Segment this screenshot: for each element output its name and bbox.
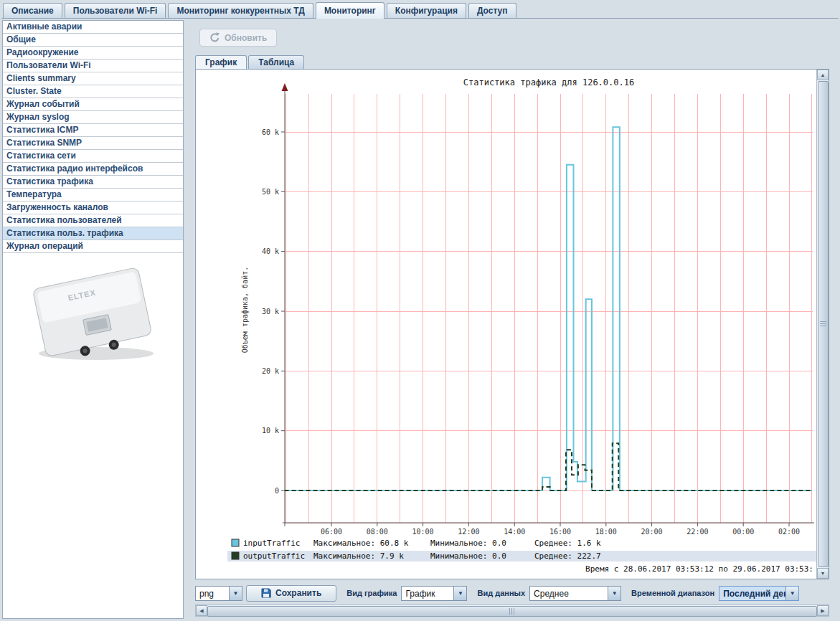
sidebar-item[interactable]: Активные аварии (3, 21, 183, 34)
main-tab[interactable]: Мониторинг конкурентных ТД (168, 3, 313, 18)
svg-text:10:00: 10:00 (412, 528, 434, 536)
sidebar-item[interactable]: Статистика трафика (3, 176, 183, 189)
main-tab[interactable]: Конфигурация (387, 3, 466, 18)
chart-footer: Время с 28.06.2017 03:53:12 по 29.06.201… (585, 564, 813, 574)
chart-horizontal-scrollbar[interactable]: ◀ ▶ (195, 605, 829, 617)
device-photo: ELTEX (16, 262, 170, 368)
vertical-scrollbar-thumb[interactable] (818, 81, 829, 567)
svg-text:18:00: 18:00 (595, 528, 617, 536)
device-photo-drawing: ELTEX (16, 262, 170, 368)
svg-text:10 k: 10 k (262, 427, 279, 435)
chart-view-value: График (402, 587, 453, 600)
svg-text:08:00: 08:00 (367, 528, 388, 536)
sidebar-item[interactable]: Пользователи Wi-Fi (3, 60, 183, 72)
chart-axes: 010 k20 k30 k40 k50 k60 k06:0008:0010:00… (262, 83, 814, 536)
export-format-value: png (196, 587, 229, 600)
traffic-chart: 010 k20 k30 k40 k50 k60 k06:0008:0010:00… (196, 70, 818, 579)
data-view-value: Среднее (530, 587, 608, 600)
svg-text:Максимальное: 60.8 k: Максимальное: 60.8 k (313, 539, 409, 548)
data-view-select[interactable]: Среднее ▼ (529, 586, 621, 601)
main-tab[interactable]: Описание (3, 3, 62, 18)
main-tabbar: ОписаниеПользователи Wi-FiМониторинг кон… (1, 1, 839, 19)
svg-text:40 k: 40 k (262, 247, 279, 255)
chart-view-select[interactable]: График ▼ (401, 586, 467, 601)
chevron-down-icon[interactable]: ▼ (229, 587, 242, 600)
main-content: Обновить ГрафикТаблица 010 k20 k30 k40 k… (186, 20, 838, 619)
svg-text:50 k: 50 k (262, 188, 279, 196)
save-button[interactable]: Сохранить (246, 585, 336, 602)
save-icon (261, 588, 271, 598)
thumb-grip (820, 321, 826, 328)
time-range-label: Временной диапазон (631, 589, 714, 597)
svg-text:Минимальное: 0.0: Минимальное: 0.0 (430, 551, 506, 561)
refresh-button[interactable]: Обновить (199, 29, 277, 47)
svg-text:02:00: 02:00 (778, 528, 800, 536)
view-tabbar: ГрафикТаблица (195, 55, 304, 70)
sidebar-item[interactable]: Общие (3, 34, 183, 47)
svg-text:inputTraffic: inputTraffic (243, 539, 300, 548)
sidebar-item[interactable]: Журнал syslog (3, 111, 183, 124)
svg-text:20:00: 20:00 (641, 528, 663, 536)
svg-text:00:00: 00:00 (732, 528, 754, 536)
export-format-select[interactable]: png ▼ (195, 586, 242, 601)
chevron-down-icon[interactable]: ▼ (608, 587, 620, 600)
chevron-down-icon[interactable]: ▼ (785, 587, 798, 600)
thumb-grip (509, 608, 516, 615)
sidebar-item[interactable]: Статистика пользователей (3, 214, 183, 227)
y-axis-label: Объем трафика, байт. (241, 267, 249, 353)
refresh-icon (209, 32, 220, 43)
sidebar-list: Активные аварииОбщиеРадиоокружениеПользо… (3, 21, 183, 253)
chart-panel: 010 k20 k30 k40 k50 k60 k06:0008:0010:00… (195, 69, 829, 579)
svg-text:20 k: 20 k (262, 367, 279, 375)
svg-text:12:00: 12:00 (458, 528, 479, 536)
data-view-label: Вид данных (477, 589, 525, 597)
chart-grid (285, 94, 813, 523)
refresh-button-label: Обновить (225, 33, 267, 43)
scroll-down-icon[interactable]: ▼ (817, 568, 829, 579)
scroll-left-icon[interactable]: ◀ (196, 605, 207, 616)
sidebar-item[interactable]: Журнал операций (3, 240, 183, 253)
main-tab[interactable]: Доступ (468, 3, 516, 18)
sidebar-item[interactable]: Статистика сети (3, 150, 183, 163)
scroll-right-icon[interactable]: ▶ (817, 605, 829, 616)
sidebar-item[interactable]: Статистика польз. трафика (3, 227, 183, 240)
svg-text:60 k: 60 k (262, 128, 279, 136)
main-tab[interactable]: Пользователи Wi-Fi (65, 3, 166, 18)
sidebar-item[interactable]: Радиоокружение (3, 47, 183, 60)
time-range-value: Последний день (719, 587, 785, 600)
save-button-label: Сохранить (275, 588, 321, 598)
svg-text:outputTraffic: outputTraffic (243, 551, 305, 561)
svg-text:06:00: 06:00 (321, 528, 342, 536)
svg-text:0: 0 (275, 487, 279, 495)
chevron-down-icon[interactable]: ▼ (453, 587, 466, 600)
chart-controls-bar: png ▼ Сохранить Вид графика График ▼ Вид… (195, 584, 829, 602)
chart-title: Статистика трафика для 126.0.0.16 (463, 77, 634, 87)
chart-legend: inputTrafficМаксимальное: 60.8 kМинималь… (227, 539, 817, 561)
sidebar-item[interactable]: Статистика SNMP (3, 137, 183, 150)
time-range-select[interactable]: Последний день ▼ (719, 586, 799, 601)
sidebar-item[interactable]: Загруженность каналов (3, 202, 183, 214)
svg-text:Среднее: 222.7: Среднее: 222.7 (534, 551, 601, 561)
scroll-up-icon[interactable]: ▲ (817, 70, 829, 80)
app-window: ОписаниеПользователи Wi-FiМониторинг кон… (0, 0, 840, 621)
sidebar-item[interactable]: Статистика радио интерфейсов (3, 163, 183, 176)
sidebar-item[interactable]: Cluster. State (3, 85, 183, 98)
chart-vertical-scrollbar[interactable]: ▲ ▼ (816, 70, 829, 579)
main-tab[interactable]: Мониторинг (316, 2, 384, 19)
view-tab[interactable]: Таблица (248, 55, 304, 70)
svg-text:Максимальное: 7.9 k: Максимальное: 7.9 k (313, 551, 404, 561)
series-inputTraffic (285, 127, 812, 490)
view-tab[interactable]: График (195, 55, 247, 70)
sidebar: Активные аварииОбщиеРадиоокружениеПользо… (2, 20, 184, 619)
chart-view-label: Вид графика (346, 589, 397, 597)
svg-text:22:00: 22:00 (686, 528, 708, 536)
sidebar-item[interactable]: Статистика ICMP (3, 124, 183, 137)
horizontal-scrollbar-thumb[interactable] (207, 606, 817, 617)
sidebar-item[interactable]: Температура (3, 189, 183, 202)
series-outputTraffic (285, 443, 812, 490)
svg-text:14:00: 14:00 (504, 528, 525, 536)
svg-text:Минимальное: 0.0: Минимальное: 0.0 (430, 539, 506, 548)
svg-text:30 k: 30 k (262, 308, 279, 316)
sidebar-item[interactable]: Clients summary (3, 72, 183, 85)
sidebar-item[interactable]: Журнал событий (3, 98, 183, 111)
